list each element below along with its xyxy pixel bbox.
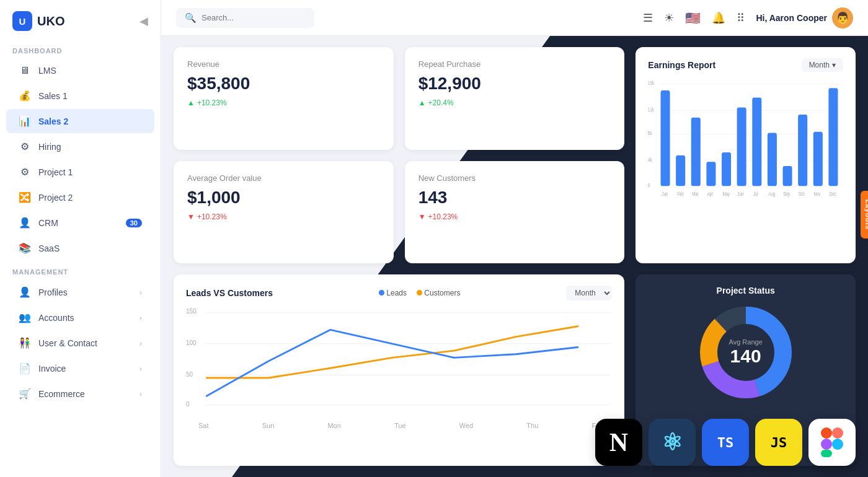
- new-customers-change: ▼ +10.23%: [418, 212, 611, 221]
- sidebar-item-invoice[interactable]: 📄 Invoice ›: [6, 356, 154, 380]
- sidebar-collapse-button[interactable]: ◀: [140, 14, 148, 28]
- svg-rect-12: [691, 118, 701, 186]
- topbar: 🔍 ☰ ☀ 🇺🇸 🔔 ⠿ Hi, Aaron Cooper 👨: [161, 0, 868, 36]
- profiles-icon: 👤: [19, 286, 31, 298]
- svg-rect-49: [821, 450, 832, 457]
- svg-rect-48: [821, 439, 832, 450]
- avg-order-card: Average Order value $1,000 ▼ +10.23%: [174, 161, 394, 264]
- accounts-chevron-icon: ›: [140, 314, 142, 322]
- hiring-icon: ⚙: [19, 141, 31, 152]
- sidebar-item-label: Project 2: [38, 193, 73, 203]
- typescript-logo: TS: [702, 419, 749, 466]
- revenue-value: $35,800: [187, 74, 380, 94]
- repeat-purchase-label: Repeat Purchase: [418, 59, 611, 69]
- search-input[interactable]: [202, 13, 306, 22]
- sidebar-section-management: MANAGEMENT: [0, 261, 161, 279]
- leads-period-select[interactable]: Month Week: [566, 286, 612, 300]
- search-box[interactable]: 🔍: [176, 8, 314, 28]
- repeat-purchase-change: ▲ +20.4%: [418, 98, 611, 107]
- svg-text:Jul: Jul: [753, 191, 758, 197]
- svg-rect-14: [722, 152, 731, 186]
- sidebar-item-saas[interactable]: 📚 SaaS: [6, 236, 154, 260]
- svg-point-50: [832, 439, 843, 450]
- sidebar-item-label: User & Contact: [38, 338, 97, 348]
- main-content: 🔍 ☰ ☀ 🇺🇸 🔔 ⠿ Hi, Aaron Cooper 👨 Revenue …: [161, 0, 868, 477]
- crm-badge: 30: [126, 219, 142, 227]
- svg-text:Mar: Mar: [692, 191, 699, 197]
- bell-icon[interactable]: 🔔: [712, 11, 725, 25]
- svg-text:Nov: Nov: [814, 191, 821, 197]
- sidebar: U UKO ◀ DASHBOARD 🖥 LMS 💰 Sales 1 📊 Sale…: [0, 0, 161, 477]
- sidebar-item-accounts[interactable]: 👥 Accounts ›: [6, 305, 154, 330]
- grid-icon[interactable]: ⠿: [737, 11, 745, 25]
- sales2-icon: 📊: [19, 115, 31, 127]
- javascript-logo: JS: [755, 419, 802, 466]
- sidebar-item-lms[interactable]: 🖥 LMS: [6, 59, 154, 82]
- layouts-tab[interactable]: Layouts: [861, 191, 868, 239]
- svg-text:Apr: Apr: [707, 191, 714, 197]
- avg-order-label: Average Order value: [187, 173, 380, 183]
- earnings-header: Earnings Report Month ▾: [648, 58, 843, 72]
- sidebar-item-sales1[interactable]: 💰 Sales 1: [6, 84, 154, 108]
- menu-icon[interactable]: ☰: [643, 11, 653, 25]
- theme-icon[interactable]: ☀: [664, 11, 674, 25]
- svg-text:Feb: Feb: [678, 191, 684, 197]
- sidebar-item-project1[interactable]: ⚙ Project 1: [6, 160, 154, 184]
- tech-logos-row: N ⚛ TS JS: [546, 419, 868, 477]
- leads-line-chart-svg: 150 100 50 0: [186, 305, 612, 417]
- leads-legend: Leads Customers: [379, 289, 460, 297]
- sidebar-section-dashboard: DASHBOARD: [0, 40, 161, 58]
- topbar-user[interactable]: Hi, Aaron Cooper 👨: [756, 7, 853, 28]
- ecommerce-chevron-icon: ›: [140, 390, 142, 398]
- new-customers-value: 143: [418, 188, 611, 208]
- lms-icon: 🖥: [19, 65, 31, 76]
- svg-rect-21: [829, 88, 838, 186]
- down-arrow-icon2: ▼: [418, 212, 426, 221]
- sidebar-item-label: Accounts: [38, 313, 74, 323]
- svg-rect-18: [783, 166, 792, 186]
- bar-chart-svg: 15k 11k 8k 4k 0: [648, 78, 843, 202]
- sidebar-item-label: Sales 2: [38, 116, 68, 126]
- sidebar-item-profiles[interactable]: 👤 Profiles ›: [6, 280, 154, 304]
- sidebar-item-ecommerce[interactable]: 🛒 Ecommerce ›: [6, 382, 154, 406]
- svg-text:Jun: Jun: [738, 191, 744, 197]
- repeat-purchase-card: Repeat Purchase $12,900 ▲ +20.4%: [405, 47, 625, 150]
- sidebar-item-hiring[interactable]: ⚙ Hiring: [6, 134, 154, 159]
- donut-avg-value: 140: [729, 346, 763, 367]
- revenue-label: Revenue: [187, 59, 380, 69]
- sidebar-item-label: Profiles: [38, 287, 68, 297]
- react-logo: ⚛: [649, 419, 696, 466]
- leads-legend-customers: Customers: [417, 289, 460, 297]
- profiles-chevron-icon: ›: [140, 289, 142, 296]
- svg-rect-19: [798, 115, 807, 186]
- svg-rect-11: [676, 155, 685, 186]
- accounts-icon: 👥: [19, 312, 31, 323]
- earnings-title: Earnings Report: [648, 60, 715, 70]
- search-icon: 🔍: [185, 12, 197, 24]
- crm-icon: 👤: [19, 217, 31, 229]
- sidebar-item-sales2[interactable]: 📊 Sales 2: [6, 109, 154, 133]
- sidebar-item-label: Sales 1: [38, 91, 68, 101]
- invoice-icon: 📄: [19, 362, 31, 374]
- svg-text:0: 0: [186, 401, 190, 408]
- saas-icon: 📚: [19, 242, 31, 254]
- sidebar-item-label: LMS: [38, 66, 56, 76]
- project1-icon: ⚙: [19, 166, 31, 178]
- user-contact-chevron-icon: ›: [140, 339, 142, 347]
- sidebar-item-crm[interactable]: 👤 CRM 30: [6, 211, 154, 235]
- sidebar-item-user-contact[interactable]: 👫 User & Contact ›: [6, 331, 154, 355]
- svg-rect-16: [753, 97, 762, 186]
- logo-text: UKO: [37, 14, 64, 28]
- flag-icon[interactable]: 🇺🇸: [685, 11, 701, 25]
- svg-rect-17: [768, 133, 777, 186]
- sidebar-item-project2[interactable]: 🔀 Project 2: [6, 185, 154, 209]
- earnings-period-button[interactable]: Month ▾: [802, 58, 843, 72]
- project-status-title: Project Status: [717, 286, 775, 295]
- earnings-period-label: Month: [809, 61, 830, 69]
- logo: U UKO: [12, 11, 64, 31]
- svg-text:8k: 8k: [648, 130, 652, 136]
- svg-text:Jan: Jan: [662, 191, 668, 197]
- sidebar-item-label: Invoice: [38, 364, 66, 374]
- revenue-change: ▲ +10.23%: [187, 98, 380, 107]
- nextjs-logo: N: [595, 419, 642, 466]
